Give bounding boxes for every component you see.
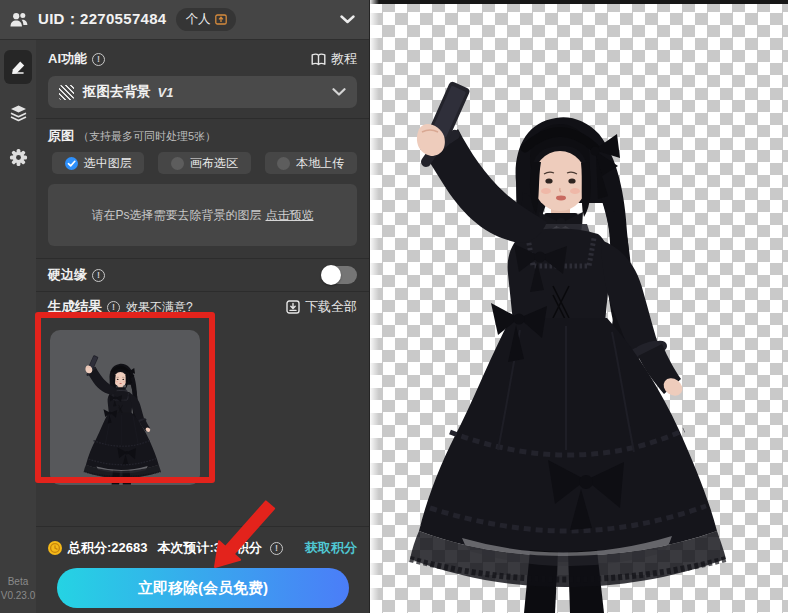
hard-edge-toggle-off[interactable] [321, 266, 357, 284]
option-label: 画布选区 [190, 155, 238, 172]
plan-badge-label: 个人 [185, 11, 210, 28]
preview-link[interactable]: 点击预览 [266, 207, 314, 224]
layers-icon [9, 104, 28, 122]
sidebar-item-layers[interactable] [4, 98, 32, 128]
uid-label: UID：2270557484 [38, 10, 166, 29]
option-selected-layer[interactable]: 选中图层 [52, 152, 144, 174]
radio-icon [171, 157, 184, 170]
feature-name: 抠图去背景 [83, 83, 151, 101]
radio-icon [277, 157, 290, 170]
info-icon[interactable] [270, 542, 283, 555]
user-icon [9, 11, 29, 29]
picker-placeholder: 请在Ps选择需要去除背景的图层 [91, 207, 261, 224]
coin-icon [48, 541, 62, 555]
sidebar-item-edit[interactable] [4, 50, 32, 84]
account-bar[interactable]: UID：2270557484 个人 [0, 0, 369, 40]
source-options: 选中图层 画布选区 本地上传 [52, 152, 357, 174]
result-thumbnail-image [74, 335, 176, 485]
download-icon [286, 300, 300, 314]
feature-dropdown[interactable]: 抠图去背景 V1 [48, 76, 357, 108]
info-icon[interactable] [92, 53, 105, 66]
tutorial-label: 教程 [331, 50, 357, 68]
layer-picker-box[interactable]: 请在Ps选择需要去除背景的图层 点击预览 [48, 184, 357, 246]
tutorial-button[interactable]: 教程 [311, 50, 357, 68]
download-all-label: 下载全部 [305, 298, 357, 316]
beta-text: Beta [0, 575, 36, 589]
divider [36, 291, 369, 292]
get-points-link[interactable]: 获取积分 [305, 539, 357, 557]
book-icon [311, 53, 326, 66]
feature-version: V1 [158, 85, 174, 100]
option-label: 本地上传 [296, 155, 344, 172]
option-label: 选中图层 [84, 155, 132, 172]
estimate-label: 本次预计:3~6积分 [157, 539, 261, 557]
plan-upgrade-icon [215, 14, 227, 25]
info-icon[interactable] [92, 269, 105, 282]
info-icon[interactable] [107, 301, 120, 314]
chevron-down-icon [332, 88, 346, 96]
chevron-down-icon[interactable] [340, 15, 355, 24]
plugin-panel: UID：2270557484 个人 [0, 0, 370, 613]
plan-badge: 个人 [176, 8, 236, 31]
divider [36, 526, 369, 527]
download-all-button[interactable]: 下载全部 [286, 298, 357, 316]
sidebar: Beta V0.23.0 [0, 40, 36, 613]
feedback-link[interactable]: 效果不满意? [126, 299, 193, 316]
results-section-title: 生成结果 [48, 298, 102, 316]
source-section-title: 原图 [48, 127, 74, 145]
toggle-knob [321, 265, 341, 285]
option-local-upload[interactable]: 本地上传 [265, 152, 357, 174]
divider [36, 118, 369, 119]
hatch-feature-icon [59, 85, 74, 100]
app-window: UID：2270557484 个人 [0, 0, 788, 613]
source-hint: （支持最多可同时处理5张） [78, 129, 216, 144]
version-text: V0.23.0 [0, 589, 36, 603]
option-canvas-selection[interactable]: 画布选区 [158, 152, 250, 174]
result-thumbnail[interactable] [50, 330, 200, 485]
ai-section-title: AI功能 [48, 50, 87, 68]
total-points-label: 总积分:22683 [68, 539, 147, 557]
canvas-area [370, 0, 788, 613]
sidebar-item-settings[interactable] [4, 142, 32, 172]
settings-gear-icon [9, 148, 28, 167]
remove-now-button[interactable]: 立即移除(会员免费) [57, 568, 349, 608]
panel-main: AI功能 教程 抠图去背景 V [36, 40, 369, 613]
cutout-photo [370, 0, 788, 613]
hard-edge-label: 硬边缘 [48, 266, 87, 284]
check-circle-icon [65, 157, 78, 170]
edit-pencil-icon [10, 59, 27, 76]
version-label: Beta V0.23.0 [0, 575, 36, 603]
